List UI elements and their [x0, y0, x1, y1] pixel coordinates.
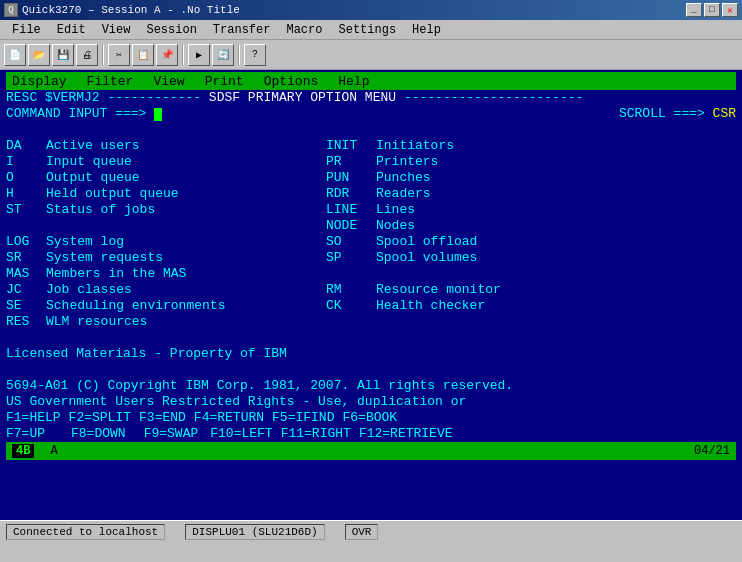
label-sp[interactable]: Spool volumes [376, 250, 477, 266]
title-bar-buttons: _ □ ✕ [686, 3, 738, 17]
fkey-f10[interactable]: F10=LEFT [210, 426, 272, 442]
label-jc[interactable]: Job classes [46, 282, 326, 298]
label-rdr[interactable]: Readers [376, 186, 431, 202]
command-label: COMMAND INPUT ===> [6, 106, 154, 122]
tb-paste[interactable]: 📌 [156, 44, 178, 66]
fkey-f5[interactable]: F5=IFIND [272, 410, 334, 426]
term-menu-row-sr: SR System requests SP Spool volumes [6, 250, 736, 266]
term-copyright1: Licensed Materials - Property of IBM [6, 346, 736, 362]
term-menu-options[interactable]: Options [264, 74, 319, 89]
fkey-f4[interactable]: F4=RETURN [194, 410, 264, 426]
tb-copy[interactable]: 📋 [132, 44, 154, 66]
key-rdr: RDR [326, 186, 376, 202]
close-button[interactable]: ✕ [722, 3, 738, 17]
fkey-f3[interactable]: F3=END [139, 410, 186, 426]
term-copyright3: US Government Users Restricted Rights - … [6, 394, 736, 410]
key-line: LINE [326, 202, 376, 218]
tb-cut[interactable]: ✂ [108, 44, 130, 66]
menu-help[interactable]: Help [404, 21, 449, 39]
key-so: SO [326, 234, 376, 250]
header-dashes: ----------------------- [396, 90, 583, 106]
key-mas: MAS [6, 266, 46, 282]
label-node[interactable]: Nodes [376, 218, 415, 234]
title-bar-title: Quick3270 – Session A - .No Title [22, 4, 240, 16]
label-line[interactable]: Lines [376, 202, 415, 218]
status-session: DISPLU01 (SLU21D6D) [185, 524, 324, 540]
label-o[interactable]: Output queue [46, 170, 326, 186]
menu-macro[interactable]: Macro [278, 21, 330, 39]
label-so[interactable]: Spool offload [376, 234, 477, 250]
label-pr[interactable]: Printers [376, 154, 438, 170]
label-pun[interactable]: Punches [376, 170, 431, 186]
menu-transfer[interactable]: Transfer [205, 21, 279, 39]
command-cursor[interactable] [154, 108, 162, 121]
tb-open[interactable]: 📂 [28, 44, 50, 66]
term-menu-filter[interactable]: Filter [87, 74, 134, 89]
term-menu-display[interactable]: Display [12, 74, 67, 89]
label-res[interactable]: WLM resources [46, 314, 326, 330]
key-o: O [6, 170, 46, 186]
maximize-button[interactable]: □ [704, 3, 720, 17]
key-st: ST [6, 202, 46, 218]
menu-settings[interactable]: Settings [330, 21, 404, 39]
label-se[interactable]: Scheduling environments [46, 298, 326, 314]
term-menu-help[interactable]: Help [338, 74, 369, 89]
term-blank2 [6, 330, 736, 346]
menu-file[interactable]: File [4, 21, 49, 39]
sdsf-title: SDSF PRIMARY OPTION MENU [209, 90, 396, 106]
copyright3-text: US Government Users Restricted Rights - … [6, 394, 466, 410]
key-h: H [6, 186, 46, 202]
label-mas[interactable]: Members in the MAS [46, 266, 326, 282]
label-ck[interactable]: Health checker [376, 298, 485, 314]
label-init[interactable]: Initiators [376, 138, 454, 154]
fkey-f11[interactable]: F11=RIGHT [281, 426, 351, 442]
key-se: SE [6, 298, 46, 314]
tb-new[interactable]: 📄 [4, 44, 26, 66]
scroll-value: CSR [713, 106, 736, 122]
tb-connect[interactable]: ▶ [188, 44, 210, 66]
scroll-label: SCROLL ===> [619, 106, 713, 122]
key-pun: PUN [326, 170, 376, 186]
term-menu-row-mas: MAS Members in the MAS [6, 266, 736, 282]
term-menu-row-o: O Output queue PUN Punches [6, 170, 736, 186]
tb-help[interactable]: ? [244, 44, 266, 66]
label-st[interactable]: Status of jobs [46, 202, 326, 218]
label-sr[interactable]: System requests [46, 250, 326, 266]
fkey-f9[interactable]: F9=SWAP [144, 426, 199, 442]
term-menu-row-h: H Held output queue RDR Readers [6, 186, 736, 202]
tb-sep3 [238, 45, 240, 65]
term-menu-print[interactable]: Print [205, 74, 244, 89]
term-menu-row-jc: JC Job classes RM Resource monitor [6, 282, 736, 298]
term-status-4b: 4B [12, 444, 34, 458]
menu-view[interactable]: View [94, 21, 139, 39]
label-da[interactable]: Active users [46, 138, 326, 154]
fkey-f1[interactable]: F1=HELP [6, 410, 61, 426]
key-da: DA [6, 138, 46, 154]
term-menu-row-res: RES WLM resources [6, 314, 736, 330]
terminal[interactable]: Display Filter View Print Options Help R… [0, 70, 742, 520]
key-jc: JC [6, 282, 46, 298]
terminal-menu-bar: Display Filter View Print Options Help [6, 72, 736, 90]
term-blank1 [6, 122, 736, 138]
fkey-f2[interactable]: F2=SPLIT [69, 410, 131, 426]
tb-save[interactable]: 💾 [52, 44, 74, 66]
term-menu-row-se: SE Scheduling environments CK Health che… [6, 298, 736, 314]
fkey-f6[interactable]: F6=BOOK [342, 410, 397, 426]
key-node: NODE [326, 218, 376, 234]
label-i[interactable]: Input queue [46, 154, 326, 170]
tb-refresh[interactable]: 🔄 [212, 44, 234, 66]
key-pr: PR [326, 154, 376, 170]
label-h[interactable]: Held output queue [46, 186, 326, 202]
term-menu-view[interactable]: View [153, 74, 184, 89]
tb-print[interactable]: 🖨 [76, 44, 98, 66]
fkey-f8[interactable]: F8=DOWN [71, 426, 126, 442]
status-ovr: OVR [345, 524, 379, 540]
term-status-a: A [50, 444, 57, 458]
label-rm[interactable]: Resource monitor [376, 282, 501, 298]
fkey-f7[interactable]: F7=UP [6, 426, 45, 442]
label-log[interactable]: System log [46, 234, 326, 250]
menu-session[interactable]: Session [138, 21, 204, 39]
minimize-button[interactable]: _ [686, 3, 702, 17]
fkey-f12[interactable]: F12=RETRIEVE [359, 426, 453, 442]
menu-edit[interactable]: Edit [49, 21, 94, 39]
